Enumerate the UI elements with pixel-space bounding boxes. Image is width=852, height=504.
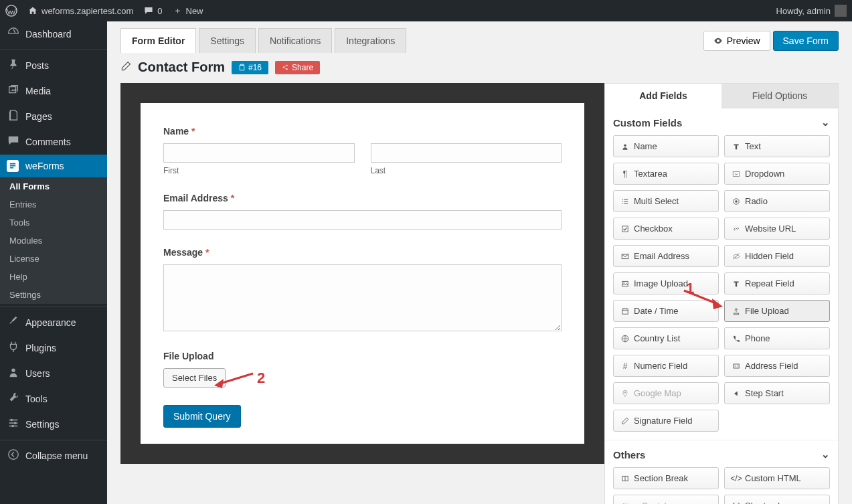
site-link[interactable]: weforms.zapiertest.com — [28, 6, 133, 16]
svg-point-1 — [11, 369, 15, 372]
field-type-checkbox[interactable]: Checkbox — [613, 218, 719, 240]
preview-button[interactable]: Preview — [703, 31, 770, 51]
field-type-recaptcha: reCaptcha — [613, 495, 719, 504]
sidebar-item-collapse[interactable]: Collapse menu — [0, 443, 107, 469]
field-type-email-address[interactable]: Email Address — [613, 245, 719, 267]
share-button[interactable]: Share — [275, 61, 320, 74]
form-id-badge[interactable]: #16 — [232, 61, 268, 74]
form-canvas: Name * First Last Email Address * — [141, 103, 584, 444]
comment-icon — [144, 6, 153, 15]
field-type-custom-html[interactable]: </>Custom HTML — [724, 467, 830, 489]
email-label: Email Address — [163, 193, 228, 203]
field-message[interactable]: Message * — [163, 247, 562, 333]
field-type-signature-field[interactable]: Signature Field — [613, 410, 719, 432]
field-email[interactable]: Email Address * — [163, 193, 562, 230]
last-name-input[interactable] — [371, 143, 562, 163]
tab-integrations[interactable]: Integrations — [335, 28, 406, 53]
sidebar-item-pages[interactable]: Pages — [0, 104, 107, 129]
field-type-step-start[interactable]: Step Start — [724, 382, 830, 404]
sidebar-sub-allforms[interactable]: All Forms — [0, 177, 107, 195]
field-type-multi-select[interactable]: Multi Select — [613, 190, 719, 212]
field-type-numeric-field[interactable]: #Numeric Field — [613, 355, 719, 377]
field-type-radio[interactable]: Radio — [724, 190, 830, 212]
eye-slash-icon — [732, 252, 741, 261]
first-name-input[interactable] — [163, 143, 355, 163]
field-type-file-upload[interactable]: File Upload — [724, 300, 830, 322]
field-name[interactable]: Name * First Last — [163, 126, 562, 175]
form-canvas-bg: Name * First Last Email Address * — [120, 83, 604, 464]
avatar — [835, 5, 847, 17]
field-type-label: Text — [745, 141, 761, 151]
field-type-image-upload[interactable]: Image Upload — [613, 272, 719, 295]
new-content[interactable]: ＋New — [173, 5, 203, 17]
sidebar-sub-settings[interactable]: Settings — [0, 286, 107, 304]
tab-settings[interactable]: Settings — [199, 28, 256, 53]
field-type-label: Checkbox — [634, 224, 673, 234]
sidebar-item-dashboard[interactable]: Dashboard — [0, 21, 107, 47]
para-icon: ¶ — [620, 169, 630, 179]
sidebar-sub-modules[interactable]: Modules — [0, 232, 107, 250]
chevron-down-icon: ⌄ — [821, 116, 830, 129]
field-type-phone[interactable]: Phone — [724, 327, 830, 349]
sidebar-item-media[interactable]: Media — [0, 78, 107, 104]
comments-bubble[interactable]: 0 — [144, 6, 162, 16]
list-icon — [620, 197, 630, 206]
wrench-icon — [7, 392, 20, 406]
sidebar-sub-help[interactable]: Help — [0, 268, 107, 286]
field-type-address-field[interactable]: Address Field — [724, 355, 830, 377]
field-type-textarea[interactable]: ¶Textarea — [613, 163, 719, 185]
field-type-label: Hidden Field — [745, 251, 794, 261]
sidebar-sub-entries[interactable]: Entries — [0, 195, 107, 214]
wp-logo[interactable] — [5, 5, 17, 17]
field-type-shortcode[interactable]: Shortcode — [724, 495, 830, 504]
submit-button[interactable]: Submit Query — [163, 405, 241, 428]
field-type-section-break[interactable]: Section Break — [613, 467, 719, 489]
edit-title-icon[interactable] — [120, 61, 131, 74]
others-heading[interactable]: Others⌄ — [613, 448, 830, 460]
svg-point-4 — [11, 425, 14, 428]
sidebar-item-posts[interactable]: Posts — [0, 53, 107, 78]
tab-form-editor[interactable]: Form Editor — [120, 28, 196, 53]
required-mark: * — [191, 126, 195, 137]
sidebar-sub-license[interactable]: License — [0, 250, 107, 268]
sidebar-item-settings[interactable]: Settings — [0, 412, 107, 437]
save-form-button[interactable]: Save Form — [773, 31, 839, 51]
fields-panel: Add Fields Field Options Custom Fields⌄ … — [604, 83, 839, 504]
field-type-name[interactable]: Name — [613, 135, 719, 157]
sidebar-item-appearance[interactable]: Appearance — [0, 310, 107, 335]
sidebar-item-weforms[interactable]: weForms — [0, 155, 107, 177]
share-icon — [282, 64, 289, 71]
field-type-label: Country List — [634, 333, 680, 343]
svg-point-2 — [11, 419, 13, 422]
pages-icon — [7, 109, 20, 124]
field-type-website-url[interactable]: Website URL — [724, 218, 830, 240]
email-input[interactable] — [163, 210, 562, 230]
field-type-label: Radio — [745, 196, 768, 206]
field-type-repeat-field[interactable]: Repeat Field — [724, 272, 830, 295]
field-type-label: reCaptcha — [634, 501, 674, 504]
howdy-user[interactable]: Howdy, admin — [776, 5, 847, 17]
field-type-dropdown[interactable]: Dropdown — [724, 163, 830, 185]
field-type-country-list[interactable]: Country List — [613, 327, 719, 349]
field-type-label: Section Break — [634, 473, 688, 483]
field-fileupload[interactable]: File Upload Select Files — [163, 351, 562, 388]
svg-rect-17 — [622, 309, 628, 314]
field-type-hidden-field[interactable]: Hidden Field — [724, 245, 830, 267]
select-files-button[interactable]: Select Files — [163, 368, 226, 388]
field-type-label: Google Map — [634, 388, 681, 398]
sidebar-item-plugins[interactable]: Plugins — [0, 335, 107, 361]
custom-fields-heading[interactable]: Custom Fields⌄ — [613, 116, 830, 129]
chevron-down-icon: ⌄ — [821, 448, 830, 460]
sidebar-sub-tools[interactable]: Tools — [0, 214, 107, 232]
caret-down-icon — [732, 169, 741, 179]
panel-tab-field-options[interactable]: Field Options — [721, 84, 838, 108]
panel-tab-add-fields[interactable]: Add Fields — [605, 84, 721, 108]
field-type-date-time[interactable]: Date / Time — [613, 300, 719, 322]
sidebar-item-users[interactable]: Users — [0, 361, 107, 386]
sidebar-item-comments[interactable]: Comments — [0, 129, 107, 155]
svg-point-3 — [14, 422, 17, 424]
tab-notifications[interactable]: Notifications — [258, 28, 332, 53]
sidebar-item-tools[interactable]: Tools — [0, 386, 107, 412]
field-type-text[interactable]: Text — [724, 135, 830, 157]
message-textarea[interactable] — [163, 264, 562, 331]
